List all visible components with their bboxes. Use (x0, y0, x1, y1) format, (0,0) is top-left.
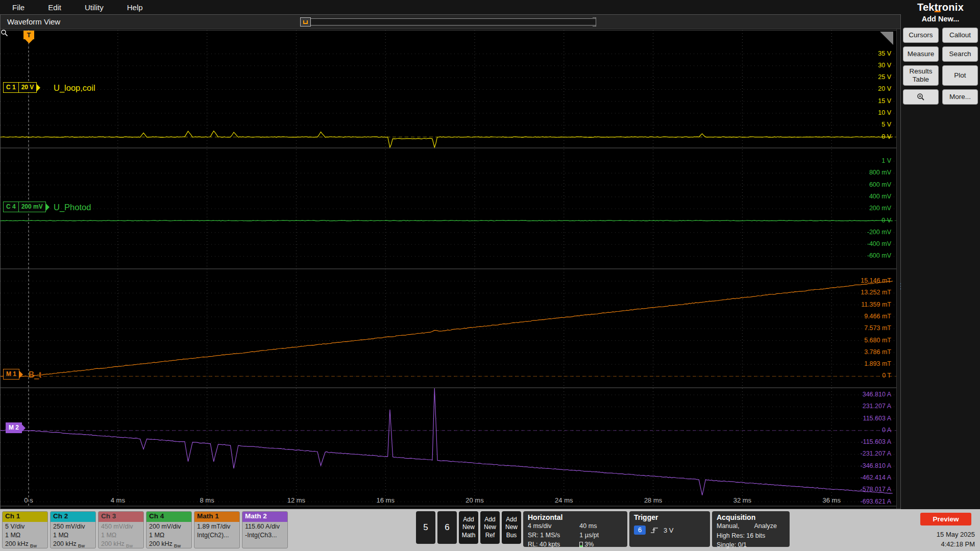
trace-label-math1[interactable]: B_t (29, 370, 41, 380)
bandwidth-row: 200 kHzBw (53, 540, 93, 548)
memory-usage-value: 3% (584, 540, 594, 549)
axis-tick-label: 0 V (881, 133, 891, 140)
channel-5-button[interactable]: 5 (416, 511, 435, 544)
plot-button[interactable]: Plot (942, 65, 978, 86)
channel-badge-ch4[interactable]: C 4 200 mV (3, 202, 46, 212)
datetime: 15 May 2025 4:42:18 PM (937, 530, 975, 549)
bottom-badge-ch1[interactable]: Ch 1 5 V/div 1 MΩ 200 kHzBw (2, 511, 48, 548)
axis-tick-label: -346.810 A (861, 462, 891, 469)
channel-badge-math2[interactable]: M 2 (6, 422, 22, 433)
preview-button[interactable]: Preview (920, 513, 971, 525)
trigger-level: 3 V (664, 527, 674, 534)
grid-row: 35 V30 V25 V20 V15 V10 V5 V0 V1 V800 mV6… (1, 29, 900, 509)
impedance: 1 MΩ (53, 531, 93, 540)
badge-ch1-scale: 20 V (18, 83, 37, 92)
bandwidth-limit-icon: Bw (30, 543, 37, 548)
add-new-heading: Add New... (922, 15, 960, 23)
waveform-grid[interactable]: 35 V30 V25 V20 V15 V10 V5 V0 V1 V800 mV6… (1, 29, 896, 509)
acquisition-title: Acquisition (717, 513, 785, 521)
add-new-math-button[interactable]: Add New Math (459, 511, 478, 544)
memory-usage: 3% (579, 540, 623, 549)
waveform-view-panel: Waveform View 35 V30 V25 V20 V15 V10 V5 … (0, 14, 901, 509)
badge-body: 5 V/div 1 MΩ 200 kHzBw (3, 522, 47, 548)
acquisition-panel[interactable]: Acquisition Manual, Analyze High Res: 16… (712, 511, 790, 547)
app: File Edit Utility Help Waveform View 35 … (0, 0, 980, 551)
axis-tick-label: -200 mV (867, 229, 891, 236)
badge-header: Ch 2 (51, 512, 95, 522)
main-column: File Edit Utility Help Waveform View 35 … (0, 0, 901, 509)
badge-body: 1.89 mT/div Intg(Ch2)... (194, 522, 239, 540)
pan-handle[interactable] (300, 17, 311, 27)
badge-header: Math 2 (242, 512, 287, 522)
trigger-panel[interactable]: Trigger 6 3 V (629, 511, 710, 547)
axis-tick-label: -578.017 A (861, 486, 891, 493)
sample-resolution: 1 µs/pt (579, 531, 623, 540)
menu-item-help[interactable]: Help (127, 3, 143, 12)
memory-bar-icon (579, 542, 583, 547)
more-button[interactable]: More... (942, 89, 978, 105)
math-expression: Intg(Ch2)... (197, 531, 237, 540)
axis-tick-label: 231.207 A (863, 403, 891, 410)
impedance: 1 MΩ (101, 531, 141, 540)
bottom-badge-ch4[interactable]: Ch 4 200 mV/div 1 MΩ 200 kHzBw (146, 511, 192, 548)
menu-item-edit[interactable]: Edit (48, 3, 61, 12)
trace-m2 (1, 388, 893, 495)
waveform-view-titlebar: Waveform View (1, 15, 900, 29)
time-tick-label: 12 ms (287, 496, 305, 504)
search-button[interactable]: Search (942, 46, 978, 62)
bottom-badge-ch3[interactable]: Ch 3 450 mV/div 1 MΩ 200 kHzBw (98, 511, 144, 548)
scale-per-div: 5 V/div (5, 522, 45, 531)
measure-button[interactable]: Measure (903, 46, 939, 62)
badge-header: Ch 1 (3, 512, 47, 522)
trigger-flag[interactable]: T (23, 31, 34, 39)
zoom-tool-button[interactable] (903, 89, 939, 105)
horizontal-panel[interactable]: Horizontal 4 ms/div 40 ms SR: 1 MS/s 1 µ… (523, 511, 627, 547)
axis-tick-label: 400 mV (869, 193, 891, 200)
badge-header: Math 1 (194, 512, 239, 522)
bottom-badge-math1[interactable]: Math 1 1.89 mT/div Intg(Ch2)... (194, 511, 240, 548)
acquisition-mode: Manual, (717, 522, 752, 531)
trace-label-ch1[interactable]: U_loop,coil (54, 83, 95, 93)
badge-body: 115.60 A/div -Intg(Ch3... (242, 522, 287, 540)
axis-tick-label: -115.603 A (861, 438, 891, 445)
trace-label-ch4[interactable]: U_Photod (54, 203, 91, 212)
trace-ch4 (1, 220, 893, 221)
channel-badge-ch1[interactable]: C 1 20 V (3, 82, 37, 93)
badge-ch4-scale: 200 mV (18, 202, 45, 212)
menu-item-file[interactable]: File (12, 3, 24, 12)
waveform-svg (1, 29, 896, 509)
callout-button[interactable]: Callout (942, 28, 978, 43)
draw-a-box-zoom-icon[interactable] (880, 32, 893, 45)
cursors-button[interactable]: Cursors (903, 28, 939, 43)
date-label: 15 May 2025 (937, 530, 975, 540)
axis-tick-label: 7.573 mT (864, 324, 891, 332)
axis-tick-label: 35 V (878, 50, 891, 57)
panel-divider[interactable]: ⋮ (896, 29, 900, 509)
magnifier-icon (1, 29, 8, 37)
bandwidth-row: 200 kHzBw (101, 540, 141, 548)
channel-6-button[interactable]: 6 (437, 511, 457, 544)
add-new-bus-button[interactable]: Add New Bus (502, 511, 521, 544)
axis-tick-label: 1 V (881, 157, 891, 164)
magnifier-plus-icon (917, 93, 925, 101)
channel-badge-math1[interactable]: M 1 (3, 369, 19, 380)
horizontal-pan-slider[interactable] (301, 18, 596, 26)
results-table-button[interactable]: Results Table (903, 65, 939, 86)
toolbar-buttons: Cursors Callout Measure Search Results T… (903, 28, 978, 105)
add-new-ref-button[interactable]: Add New Ref (480, 511, 500, 544)
axis-tick-label: -462.414 A (861, 474, 891, 481)
bottom-badge-math2[interactable]: Math 2 115.60 A/div -Intg(Ch3... (242, 511, 288, 548)
time-tick-label: 0 s (24, 496, 33, 504)
bar-right-section: Preview 15 May 2025 4:42:18 PM (918, 511, 977, 549)
rising-edge-icon (650, 527, 659, 534)
axis-tick-label: 13.252 mT (861, 289, 891, 296)
trigger-source-badge: 6 (634, 525, 646, 535)
horizontal-title: Horizontal (528, 513, 623, 521)
axis-tick-label: -231.207 A (861, 450, 891, 457)
axis-tick-label: -400 mV (867, 240, 891, 247)
menu-item-utility[interactable]: Utility (85, 3, 104, 12)
axis-tick-label: 0 V (881, 217, 891, 224)
scale-per-div: 115.60 A/div (245, 522, 285, 531)
bottom-badge-ch2[interactable]: Ch 2 250 mV/div 1 MΩ 200 kHzBw (50, 511, 96, 548)
time-tick-label: 32 ms (733, 496, 751, 504)
